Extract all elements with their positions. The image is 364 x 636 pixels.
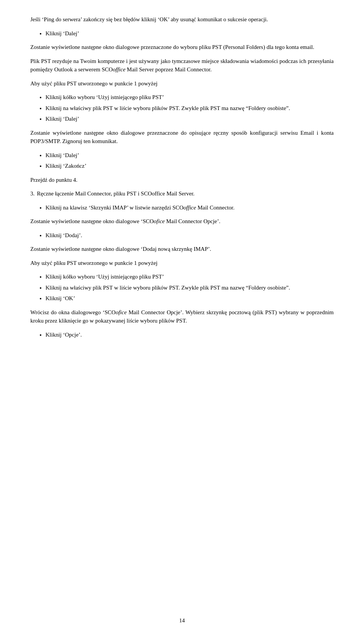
list-item: Kliknij ‘Zakończ’ (46, 162, 334, 170)
pst-desc-italic: office (113, 66, 125, 72)
bullet-pst-file: Kliknij na właściwy plik PST w liście wy… (46, 105, 290, 111)
list-item: Kliknij ‘Dalej’ (46, 115, 334, 123)
bullet-list-5: Kliknij ‘Dodaj’. (46, 231, 334, 240)
list-item: Kliknij ‘Opcje’. (46, 331, 334, 339)
list-item: Kliknij ‘Dalej’ (46, 151, 334, 160)
bullet-imap-end: Mail Connector. (196, 205, 234, 211)
bullet-dalej-1: Kliknij ‘Dalej’ (46, 30, 79, 36)
bullet-list-6: Kliknij kółko wyboru ‘Użyj istniejącego … (46, 272, 334, 303)
dialog3-italic: ofice (154, 218, 165, 224)
section-3-number: 3. (30, 189, 35, 198)
use-pst2-intro: Aby użyć pliku PST utworzonego w punkcie… (30, 259, 334, 268)
return-italic: ofice (116, 309, 127, 315)
pst-description: Plik PST rezyduje na Twoim komputerze i … (30, 57, 334, 74)
dialog3-start: Zostanie wyświetlone następne okno dialo… (30, 218, 154, 224)
list-item: Kliknij na klawisz ‘Skrzynki IMAP’ w lis… (46, 203, 334, 212)
goto4-paragraph: Przejdź do punktu 4. (30, 176, 334, 184)
bullet-list-4: Kliknij na klawisz ‘Skrzynki IMAP’ w lis… (46, 203, 334, 212)
bullet-list-3: Kliknij ‘Dalej’ Kliknij ‘Zakończ’ (46, 151, 334, 170)
pst-folder-dialog: Zostanie wyświetlone następne okno dialo… (30, 43, 334, 52)
section-3: 3. Ręczne łączenie Mail Connector, pliku… (30, 189, 334, 198)
dialog3-paragraph: Zostanie wyświetlone następne okno dialo… (30, 217, 334, 226)
bullet-list-2: Kliknij kółko wyboru ‘Użyj istniejącego … (46, 93, 334, 123)
list-item: Kliknij na właściwy plik PST w liście wy… (46, 104, 334, 113)
bullet-dalej-3: Kliknij ‘Dalej’ (46, 152, 79, 158)
bullet-imap-italic: office (184, 205, 196, 211)
intro-paragraph: Jeśli ‘Ping do serwera’ zakończy się bez… (30, 15, 334, 24)
bullet-list-7: Kliknij ‘Opcje’. (46, 331, 334, 339)
list-item: Kliknij kółko wyboru ‘Użyj istniejącego … (46, 93, 334, 102)
bullet-imap-start: Kliknij na klawisz ‘Skrzynki IMAP’ w lis… (46, 205, 184, 211)
list-item: Kliknij kółko wyboru ‘Użyj istniejącego … (46, 272, 334, 281)
list-item: Kliknij ‘Dalej’ (46, 29, 334, 38)
page: Jeśli ‘Ping do serwera’ zakończy się bez… (0, 0, 364, 636)
bullet-use-pst: Kliknij kółko wyboru ‘Użyj istniejącego … (46, 94, 164, 100)
section-3-title: Ręczne łączenie Mail Connector, pliku PS… (37, 189, 195, 198)
page-number: 14 (0, 616, 364, 625)
return-paragraph: Wrócisz do okna dialogowego ‘SCOofice Ma… (30, 308, 334, 325)
list-item: Kliknij ‘OK’ (46, 294, 334, 303)
dialog2-paragraph: Zostanie wyświetlone następne okno dialo… (30, 129, 334, 146)
bullet-list-1: Kliknij ‘Dalej’ (46, 29, 334, 38)
return-start: Wrócisz do okna dialogowego ‘SCO (30, 309, 116, 315)
bullet-opcje: Kliknij ‘Opcje’. (46, 332, 82, 338)
dialog3-end: Mail Connector Opcje’. (165, 218, 221, 224)
bullet-zakonc: Kliknij ‘Zakończ’ (46, 163, 86, 169)
bullet-pst-file2: Kliknij na właściwy plik PST w liście wy… (46, 285, 290, 291)
list-item: Kliknij ‘Dodaj’. (46, 231, 334, 240)
bullet-dalej-2: Kliknij ‘Dalej’ (46, 116, 79, 122)
list-item: Kliknij na właściwy plik PST w liście wy… (46, 283, 334, 292)
dialog4-paragraph: Zostanie wyświetlone następne okno dialo… (30, 245, 334, 253)
bullet-use-pst2: Kliknij kółko wyboru ‘Użyj istniejącego … (46, 274, 164, 280)
bullet-dodaj: Kliknij ‘Dodaj’. (46, 232, 82, 238)
bullet-ok: Kliknij ‘OK’ (46, 295, 75, 301)
pst-desc-text2: Mail Server poprzez Mail Connector. (126, 66, 212, 72)
use-pst-intro: Aby użyć pliku PST utworzonego w punkcie… (30, 79, 334, 88)
